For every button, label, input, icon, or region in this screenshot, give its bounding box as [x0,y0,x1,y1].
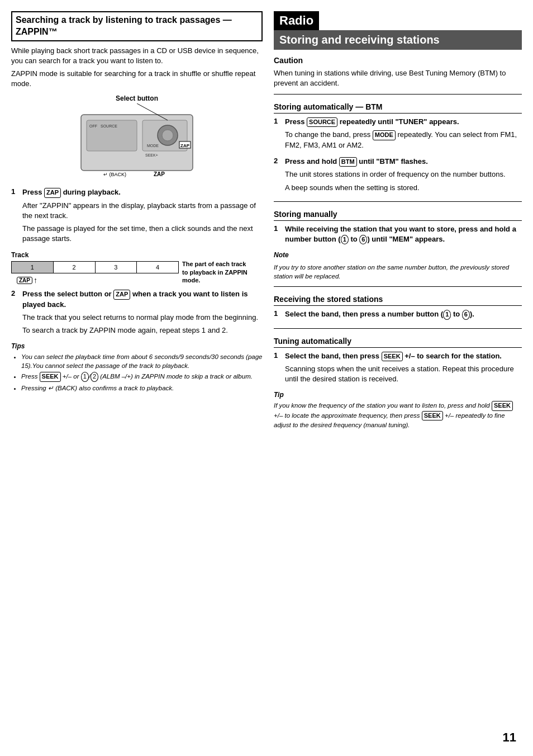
left-section-title: Searching a track by listening to track … [11,11,263,41]
btm-step1-title: Press SOURCE repeatedly until "TUNER" ap… [285,117,459,126]
step2: 2 Press the select button or ZAP when a … [11,289,263,338]
zap-pointer: ZAP [17,277,32,284]
divider-1 [274,94,522,94]
right-column: Radio Storing and receiving stations Cau… [274,11,522,745]
divider-4 [274,328,522,329]
tip-item-2: Press SEEK +/– or 1/2 (ALBM –/+) in ZAPP… [21,372,263,381]
manual-step1: 1 While receiving the station that you w… [274,224,522,248]
receiving-section-title: Receiving the stored stations [274,295,522,306]
tips-section: Tips You can select the playback time fr… [11,342,263,392]
svg-text:SOURCE: SOURCE [101,124,117,128]
tips-list: You can select the playback time from ab… [11,352,263,393]
pointer-arrow: ↑ [34,276,37,285]
track-seg-3: 3 [96,262,137,273]
tuning-step1: 1 Select the band, then press SEEK +/– t… [274,351,522,388]
storing-header: Storing and receiving stations [274,30,522,50]
tip-item-1: You can select the playback time from ab… [21,352,263,370]
tips-label: Tips [11,342,263,351]
tuning-step1-num: 1 [274,351,282,388]
radio-header: Radio [274,11,319,30]
device-diagram: Select button OFF SOURCE MODE SEEK+ [11,94,263,182]
note-label: Note [274,251,522,260]
svg-text:ZAP: ZAP [180,143,190,148]
btm-step1: 1 Press SOURCE repeatedly until "TUNER" … [274,117,522,153]
receiving-step1-title: Select the band, then press a number but… [285,310,474,318]
btm-step2-num: 2 [274,157,282,196]
note-text: If you try to store another station on t… [274,263,522,281]
track-note: The part of each track to playback in ZA… [182,260,249,284]
caution-title: Caution [274,55,522,67]
svg-text:SEEK+: SEEK+ [145,153,158,157]
tuning-step1-desc1: Scanning stops when the unit receives a … [285,364,522,384]
svg-text:MODE: MODE [147,144,159,148]
btm-section-title: Storing automatically — BTM [274,102,522,114]
receiving-step1-content: Select the band, then press a number but… [285,309,474,322]
track-seg-2: 2 [54,262,96,273]
tuning-section-title: Tuning automatically [274,337,522,348]
step2-title: Press the select button or ZAP when a tr… [22,290,248,308]
device-svg: OFF SOURCE MODE SEEK+ ZAP ↵ (BACK) ZAP [70,103,204,182]
caution-section: Caution When tuning in stations while dr… [274,55,522,88]
step2-num: 2 [11,289,19,338]
tuning-step1-title: Select the band, then press SEEK +/– to … [285,352,502,360]
divider-2 [274,201,522,202]
svg-text:OFF: OFF [89,124,97,128]
track-seg-1: 1 [12,262,54,273]
btm-step1-content: Press SOURCE repeatedly until "TUNER" ap… [285,117,522,153]
step1-title: Press ZAP during playback. [22,188,121,196]
tuning-step1-content: Select the band, then press SEEK +/– to … [285,351,522,388]
receiving-step1: 1 Select the band, then press a number b… [274,309,522,322]
btm-step1-num: 1 [274,117,282,153]
page-number: 11 [503,730,516,745]
step1-num: 1 [11,187,19,247]
step1-passage: The passage is played for the set time, … [22,224,263,244]
track-seg-4: 4 [137,262,178,273]
manual-step1-content: While receiving the station that you wan… [285,224,522,248]
step2-desc2: To search a track by ZAPPIN mode again, … [22,325,263,336]
caution-text: When tuning in stations while driving, u… [274,68,522,88]
manual-step1-num: 1 [274,224,282,248]
step1-after-zappin: After "ZAPPIN" appears in the display, p… [22,201,263,221]
tip-item-3: Pressing ↵ (BACK) also confirms a track … [21,384,263,393]
track-label: Track [11,251,263,259]
tip-label: Tip [274,390,522,400]
btm-step2-desc1: The unit stores stations in order of fre… [285,169,506,179]
btm-step2-title: Press and hold BTM until "BTM" flashes. [285,157,428,166]
step2-desc1: The track that you select returns to nor… [22,313,263,323]
step1: 1 Press ZAP during playback. After "ZAPP… [11,187,263,247]
manual-step1-title: While receiving the station that you wan… [285,225,516,243]
step1-content: Press ZAP during playback. After "ZAPPIN… [22,187,263,247]
divider-3 [274,286,522,287]
svg-point-4 [162,130,173,141]
left-column: Searching a track by listening to track … [11,11,263,745]
svg-text:ZAP: ZAP [154,171,165,177]
svg-text:↵ (BACK): ↵ (BACK) [103,172,126,177]
tip-text: If you know the frequency of the station… [274,401,522,429]
btm-step2-desc2: A beep sounds when the setting is stored… [285,183,506,193]
btm-step2-content: Press and hold BTM until "BTM" flashes. … [285,157,506,196]
manual-section-title: Storing manually [274,210,522,221]
step2-content: Press the select button or ZAP when a tr… [22,289,263,338]
intro-para1: While playing back short track passages … [11,46,263,66]
select-button-label: Select button [11,94,263,102]
receiving-step1-num: 1 [274,309,282,322]
btm-step2: 2 Press and hold BTM until "BTM" flashes… [274,157,522,196]
intro-para2: ZAPPIN mode is suitable for searching fo… [11,69,263,89]
track-diagram: Track 1 2 3 4 ZAP ↑ The part of each tra [11,251,263,285]
btm-step1-desc: To change the band, press MODE repeatedl… [285,130,522,150]
